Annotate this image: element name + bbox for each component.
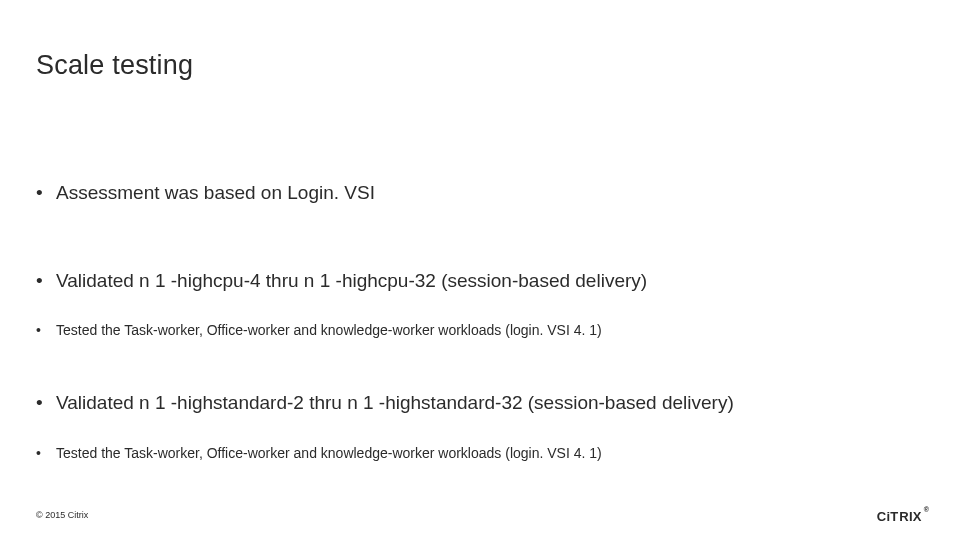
bullet-sub-item: Tested the Task-worker, Office-worker an…	[36, 444, 920, 463]
bullet-item: Validated n 1 -highstandard-2 thru n 1 -…	[36, 390, 920, 416]
bullet-list: Assessment was based on Login. VSI Valid…	[36, 180, 920, 463]
bullet-item: Validated n 1 -highcpu-4 thru n 1 -highc…	[36, 268, 920, 294]
bullet-item: Assessment was based on Login. VSI	[36, 180, 920, 206]
bullet-sub-item: Tested the Task-worker, Office-worker an…	[36, 321, 920, 340]
slide: Scale testing Assessment was based on Lo…	[0, 0, 960, 540]
brand-logo: CiTRIX®	[877, 507, 930, 526]
citrix-logo-text: CiTRIX®	[877, 509, 930, 524]
slide-title: Scale testing	[36, 50, 193, 81]
copyright-text: © 2015 Citrix	[36, 510, 88, 520]
registered-mark: ®	[924, 506, 930, 513]
